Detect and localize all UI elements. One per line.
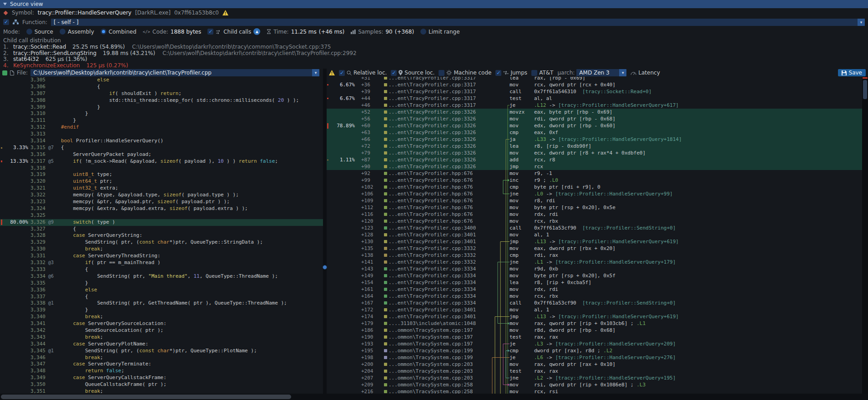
limit-range-checkbox[interactable] bbox=[420, 29, 426, 35]
asm-row[interactable]: +190...ommon\TracySystem.cpp:197testrax,… bbox=[327, 334, 868, 340]
asm-row[interactable]: +130...ent\TracyProfiler.cpp:3401jmp.L13… bbox=[327, 238, 868, 245]
uarch-combo[interactable]: AMD Zen 3 ▾ bbox=[576, 69, 626, 76]
asm-row[interactable]: 1.11%+87...ent\TracyProfiler.cpp:3326add… bbox=[327, 156, 868, 163]
asm-row[interactable]: +120...ent\TracyProfiler.hpp:676movrcx, … bbox=[327, 218, 868, 225]
asm-row[interactable]: +63...ent\TracyProfiler.cpp:3326cmpeax, … bbox=[327, 129, 868, 136]
asm-row[interactable]: +56...ent\TracyProfiler.cpp:3326movrdi, … bbox=[327, 115, 868, 122]
source-line[interactable]: 3.33%3,315@7{ bbox=[0, 145, 323, 151]
source-line[interactable]: 3,318 bbox=[0, 165, 323, 172]
asm-row[interactable]: +31...ent\TracyProfiler.cpp:3317learax, … bbox=[327, 77, 868, 81]
source-line[interactable]: 3,309 } bbox=[0, 104, 323, 111]
asm-vertical-scrollbar[interactable] bbox=[862, 77, 868, 394]
source-line[interactable]: 3,339 } bbox=[0, 307, 323, 314]
asm-row[interactable]: +198...ommon\TracySystem.cpp:199je.L6 ->… bbox=[327, 354, 868, 361]
source-line[interactable]: 3,330 break; bbox=[0, 246, 323, 253]
asm-row[interactable]: +154...ent\TracyProfiler.cpp:3334lear8, … bbox=[327, 279, 868, 286]
source-line[interactable]: 3,305 else bbox=[0, 77, 323, 84]
titlebar[interactable]: Source view bbox=[0, 0, 868, 8]
att-checkbox[interactable] bbox=[531, 70, 537, 76]
source-line[interactable]: 3,341 case ServerQuerySourceLocation: bbox=[0, 320, 323, 327]
panel-splitter[interactable] bbox=[323, 69, 327, 394]
asm-row[interactable]: +116...ent\TracyProfiler.hpp:676movrdx, … bbox=[327, 211, 868, 218]
file-combo[interactable]: C:\Users\wolf\Desktop\darkrl\contrib\tra… bbox=[30, 69, 319, 76]
asm-row[interactable]: +138...ent\TracyProfiler.cpp:3332cmprdi,… bbox=[327, 252, 868, 259]
machine-code-checkbox[interactable] bbox=[439, 70, 444, 76]
asm-row[interactable]: +79...ent\TracyProfiler.cpp:3326movecx, … bbox=[327, 150, 868, 156]
source-line[interactable]: 3,307 if( shouldExit ) return; bbox=[0, 90, 323, 97]
latency-toggle[interactable]: Latency bbox=[631, 70, 660, 76]
machine-code-toggle[interactable]: Machine code bbox=[439, 70, 491, 76]
att-toggle[interactable]: AT&T bbox=[531, 70, 553, 76]
source-loc-toggle[interactable]: ✓ Source loc. bbox=[391, 70, 434, 76]
chevron-down-icon[interactable]: ▾ bbox=[619, 69, 626, 76]
source-line[interactable]: 3,345@1 SendString( ptr, (const char*)pt… bbox=[0, 348, 323, 355]
function-combo[interactable]: [ - self - ] ▾ bbox=[51, 19, 865, 26]
radio-combined[interactable]: Combined bbox=[101, 29, 136, 35]
source-line[interactable]: 3,325 bbox=[0, 212, 323, 219]
asm-row[interactable]: +141...ent\TracyProfiler.cpp:3332jne.L1 … bbox=[327, 259, 868, 265]
source-line[interactable]: 3,351 break; bbox=[0, 388, 323, 394]
source-line[interactable]: 3,336 else bbox=[0, 287, 323, 294]
child-call-row[interactable]: 2.tracy::Profiler::SendLongString19.88 m… bbox=[3, 50, 865, 57]
source-line[interactable]: 3,338@1 SendString( ptr, GetThreadName( … bbox=[0, 300, 323, 307]
source-line[interactable]: 3,348 return false; bbox=[0, 368, 323, 375]
source-line[interactable]: 3,323 memcpy( &ptr, &payload.ptr, sizeof… bbox=[0, 199, 323, 205]
radio-combined-circle[interactable] bbox=[101, 29, 106, 35]
child-calls-toggle[interactable]: ✓ Child calls ▲ bbox=[207, 28, 260, 35]
source-line[interactable]: 80.00%3,326@9 switch( type ) bbox=[0, 219, 323, 226]
radio-source[interactable]: Source bbox=[26, 29, 53, 35]
asm-row[interactable]: +112...ent\TracyProfiler.hpp:676movbyte … bbox=[327, 204, 868, 211]
source-line[interactable]: 3,308 std::this_thread::sleep_for( std::… bbox=[0, 97, 323, 104]
asm-row[interactable]: +72...ent\TracyProfiler.cpp:3326lear8, [… bbox=[327, 143, 868, 150]
asm-row[interactable]: +172...ent\TracyProfiler.cpp:3401moval, … bbox=[327, 306, 868, 313]
radio-source-circle[interactable] bbox=[26, 29, 32, 35]
source-line[interactable]: 3,337 { bbox=[0, 294, 323, 300]
asm-row[interactable]: +92...ent\TracyProfiler.hpp:676movr9, -1 bbox=[327, 170, 868, 177]
source-loc-checkbox[interactable]: ✓ bbox=[391, 70, 397, 76]
asm-row[interactable]: +195...ommon\TracySystem.cpp:199cmpdword… bbox=[327, 347, 868, 354]
source-line[interactable]: 13.33%3,317@5 if( !m_sock->Read( &payloa… bbox=[0, 158, 323, 165]
source-line[interactable]: 3,335 } bbox=[0, 280, 323, 287]
source-line[interactable]: 3,347 case ServerQueryTerminate: bbox=[0, 361, 323, 368]
asm-scrollbar-thumb[interactable] bbox=[863, 80, 867, 99]
source-line[interactable]: 3,324 memcpy( &extra, &payload.extra, si… bbox=[0, 205, 323, 212]
asm-row[interactable]: +143...ent\TracyProfiler.cpp:3334movr9d,… bbox=[327, 265, 868, 272]
source-line[interactable]: 3,314bool Profiler::HandleServerQuery() bbox=[0, 138, 323, 145]
asm-row[interactable]: 6.67%+36...ent\TracyProfiler.cpp:3317mov… bbox=[327, 81, 868, 88]
source-line[interactable]: 3,334@6 SendString( ptr, "Main thread", … bbox=[0, 273, 323, 280]
source-line[interactable]: 3,319 uint8_t type; bbox=[0, 171, 323, 178]
child-call-row[interactable]: 1.tracy::Socket::Read25.25 ms (54.89%)C:… bbox=[3, 44, 865, 50]
source-line[interactable]: 3,331 case ServerQueryThreadString: bbox=[0, 253, 323, 260]
asm-row[interactable]: 78.89%+60...ent\TracyProfiler.cpp:3326mo… bbox=[327, 122, 868, 129]
source-line[interactable]: 3,316 ServerQueryPacket payload; bbox=[0, 151, 323, 158]
asm-row[interactable]: +209...ommon\TracySystem.cpp:258movrsi, … bbox=[327, 381, 868, 388]
radio-assembly[interactable]: Assembly bbox=[60, 29, 94, 35]
asm-row[interactable]: +200...ommon\TracySystem.cpp:203movrax, … bbox=[327, 361, 868, 368]
relative-loc-toggle[interactable]: ✓ Relative loc. bbox=[339, 70, 387, 76]
radio-assembly-circle[interactable] bbox=[60, 29, 66, 35]
source-line[interactable]: 3,313 bbox=[0, 131, 323, 138]
asm-row[interactable]: +161...ent\TracyProfiler.cpp:3334movrdx,… bbox=[327, 286, 868, 293]
source-line[interactable]: 3,332@3 if( ptr == m_mainThread ) bbox=[0, 260, 323, 266]
asm-row[interactable]: +46...ent\TracyProfiler.cpp:3317je.L12 -… bbox=[327, 102, 868, 109]
asm-row[interactable]: +174...ent\TracyProfiler.cpp:3401jmp.L13… bbox=[327, 313, 868, 320]
source-line[interactable]: 3,346 break; bbox=[0, 355, 323, 361]
asm-row[interactable]: +167...ent\TracyProfiler.cpp:3334call0x7… bbox=[327, 300, 868, 306]
asm-row[interactable]: +123...ent\TracyProfiler.cpp:3400call0x7… bbox=[327, 225, 868, 231]
limit-range-toggle[interactable]: Limit range bbox=[420, 29, 459, 35]
asm-row[interactable]: +193...ommon\TracySystem.cpp:197je.L3 ->… bbox=[327, 340, 868, 347]
asm-row[interactable]: +106...ent\TracyProfiler.hpp:676jne.L0 -… bbox=[327, 190, 868, 197]
asm-row[interactable]: 6.67%+44...ent\TracyProfiler.cpp:3317tes… bbox=[327, 95, 868, 102]
asm-row[interactable]: +90...ent\TracyProfiler.cpp:3326jmprcx bbox=[327, 163, 868, 170]
source-line[interactable]: 3,310 } bbox=[0, 110, 323, 117]
source-line[interactable]: 3,342 SendSourceLocation( ptr ); bbox=[0, 327, 323, 334]
asm-row[interactable]: +39...ent\TracyProfiler.cpp:3317call0x7f… bbox=[327, 88, 868, 95]
asm-row[interactable]: +52...ent\TracyProfiler.cpp:3326movzxeax… bbox=[327, 109, 868, 115]
source-line[interactable]: 3,327 { bbox=[0, 226, 323, 233]
source-line[interactable]: 3,350 QueueCallstackFrame( ptr ); bbox=[0, 381, 323, 388]
child-calls-up-button[interactable]: ▲ bbox=[253, 28, 260, 35]
asm-row[interactable]: +109...ent\TracyProfiler.hpp:676movr8, r… bbox=[327, 197, 868, 204]
jumps-checkbox[interactable]: ✓ bbox=[495, 70, 501, 76]
asm-row[interactable]: +216...ommon\TracySystem.cpp:258movrcx, … bbox=[327, 388, 868, 394]
asm-row[interactable]: +66...ent\TracyProfiler.cpp:3326ja.L33 -… bbox=[327, 136, 868, 143]
